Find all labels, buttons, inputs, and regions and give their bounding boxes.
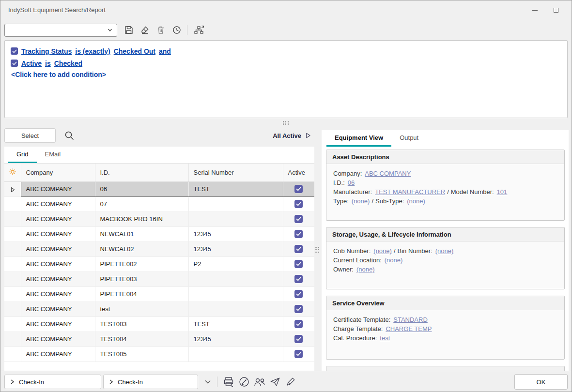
cell-id[interactable]: NEWCAL01 xyxy=(95,226,188,241)
cell-company[interactable]: ABC COMPANY xyxy=(21,302,95,317)
table-row[interactable]: ABC COMPANYPIPETTE003 xyxy=(4,271,314,286)
row-indicator-cell[interactable] xyxy=(4,317,21,332)
table-row[interactable]: ABC COMPANYPIPETTE004 xyxy=(4,286,314,302)
cell-company[interactable]: ABC COMPANY xyxy=(21,211,95,226)
customize-columns-button[interactable] xyxy=(4,164,21,181)
cell-serial[interactable]: 12345 xyxy=(188,226,283,241)
cell-serial[interactable]: TEST xyxy=(188,317,283,332)
cell-company[interactable]: ABC COMPANY xyxy=(21,317,95,332)
cell-serial[interactable] xyxy=(188,302,283,317)
field-value-link[interactable]: TEST MANUFACTURER xyxy=(375,188,445,196)
field-value-link[interactable]: (none) xyxy=(356,266,375,273)
tab-output[interactable]: Output xyxy=(391,130,427,147)
column-header-company[interactable]: Company xyxy=(21,164,95,181)
delete-button[interactable] xyxy=(154,23,168,37)
cell-id[interactable]: TEST005 xyxy=(95,347,188,362)
cell-active[interactable] xyxy=(283,271,314,286)
ok-button[interactable]: OK xyxy=(514,374,568,390)
active-checkbox[interactable] xyxy=(294,275,303,283)
condition-checkbox[interactable] xyxy=(11,60,18,67)
cell-serial[interactable] xyxy=(188,196,283,211)
condition-value-link[interactable]: Checked Out xyxy=(114,47,155,55)
row-indicator-cell[interactable] xyxy=(4,256,21,271)
cell-company[interactable]: ABC COMPANY xyxy=(21,347,95,362)
cell-id[interactable]: 07 xyxy=(95,196,188,211)
checkin-button-secondary[interactable]: Check-In xyxy=(103,375,198,389)
cell-id[interactable]: TEST003 xyxy=(95,317,188,332)
history-button[interactable] xyxy=(170,23,184,37)
cell-active[interactable] xyxy=(283,332,314,347)
cell-serial[interactable]: P2 xyxy=(188,256,283,271)
cell-id[interactable]: NEWCAL02 xyxy=(95,241,188,256)
cell-serial[interactable]: 12345 xyxy=(188,241,283,256)
cell-active[interactable] xyxy=(283,317,314,332)
vertical-splitter[interactable] xyxy=(314,243,322,257)
cell-active[interactable] xyxy=(283,347,314,362)
cell-serial[interactable]: TEST xyxy=(188,181,283,196)
clear-button[interactable] xyxy=(138,23,152,37)
condition-field-link[interactable]: Active xyxy=(21,60,42,67)
cell-company[interactable]: ABC COMPANY xyxy=(21,226,95,241)
column-header-serial[interactable]: Serial Number xyxy=(188,164,283,181)
cell-active[interactable] xyxy=(283,241,314,256)
tab-email[interactable]: EMail xyxy=(37,147,69,163)
edit-button[interactable] xyxy=(236,375,252,389)
saved-search-combo[interactable] xyxy=(4,24,117,37)
cell-id[interactable]: MACBOOK PRO 16IN xyxy=(95,211,188,226)
condition-field-link[interactable]: Tracking Status xyxy=(21,47,72,55)
cell-serial[interactable]: 12345 xyxy=(188,332,283,347)
minimize-button[interactable] xyxy=(524,0,545,20)
active-checkbox[interactable] xyxy=(294,215,303,223)
scope-filter[interactable]: All Active xyxy=(273,132,314,139)
field-value-link[interactable]: (none) xyxy=(352,197,370,205)
table-row[interactable]: ABC COMPANYNEWCAL0112345 xyxy=(4,226,314,241)
cell-id[interactable]: 06 xyxy=(95,181,188,196)
active-checkbox[interactable] xyxy=(294,200,303,208)
send-button[interactable] xyxy=(267,375,283,389)
cell-id[interactable]: test xyxy=(95,302,188,317)
add-condition-link[interactable]: <Click here to add condition> xyxy=(11,71,106,78)
cell-active[interactable] xyxy=(283,196,314,211)
table-row[interactable]: ABC COMPANY06TEST xyxy=(4,181,314,196)
cell-company[interactable]: ABC COMPANY xyxy=(21,256,95,271)
table-row[interactable]: ABC COMPANYTEST003TEST xyxy=(4,317,314,332)
field-value-link[interactable]: test xyxy=(380,334,390,342)
cell-id[interactable]: PIPETTE002 xyxy=(95,256,188,271)
table-row[interactable]: ABC COMPANYNEWCAL0212345 xyxy=(4,241,314,256)
users-button[interactable] xyxy=(252,375,267,389)
select-button[interactable]: Select xyxy=(4,128,56,143)
condition-conjunction-link[interactable]: and xyxy=(159,47,171,55)
cell-serial[interactable] xyxy=(188,286,283,302)
cell-company[interactable]: ABC COMPANY xyxy=(21,332,95,347)
cell-active[interactable] xyxy=(283,181,314,196)
active-checkbox[interactable] xyxy=(294,305,303,313)
row-indicator-cell[interactable] xyxy=(4,241,21,256)
row-indicator-cell[interactable] xyxy=(4,196,21,211)
active-checkbox[interactable] xyxy=(294,230,303,238)
field-value-link[interactable]: (none) xyxy=(373,247,392,255)
cell-active[interactable] xyxy=(283,286,314,302)
search-button[interactable] xyxy=(62,129,76,142)
cell-serial[interactable] xyxy=(188,211,283,226)
cell-company[interactable]: ABC COMPANY xyxy=(21,286,95,302)
cell-company[interactable]: ABC COMPANY xyxy=(21,271,95,286)
active-checkbox[interactable] xyxy=(294,320,303,328)
column-header-active[interactable]: Active xyxy=(283,164,314,181)
cell-id[interactable]: TEST004 xyxy=(95,332,188,347)
column-header-id[interactable]: I.D. xyxy=(95,164,188,181)
tab-grid[interactable]: Grid xyxy=(8,147,37,163)
table-row[interactable]: ABC COMPANYTEST00412345 xyxy=(4,332,314,347)
table-row[interactable]: ABC COMPANY07 xyxy=(4,196,314,211)
field-value-link[interactable]: 101 xyxy=(497,188,508,196)
row-indicator-cell[interactable] xyxy=(4,181,21,196)
more-actions-button[interactable] xyxy=(202,376,214,388)
field-value-link[interactable]: CHARGE TEMP xyxy=(386,325,432,332)
field-value-link[interactable]: STANDARD xyxy=(393,316,428,323)
active-checkbox[interactable] xyxy=(294,350,303,358)
cell-company[interactable]: ABC COMPANY xyxy=(21,241,95,256)
cell-active[interactable] xyxy=(283,226,314,241)
row-indicator-cell[interactable] xyxy=(4,332,21,347)
row-indicator-cell[interactable] xyxy=(4,347,21,362)
cell-serial[interactable] xyxy=(188,271,283,286)
cell-active[interactable] xyxy=(283,256,314,271)
